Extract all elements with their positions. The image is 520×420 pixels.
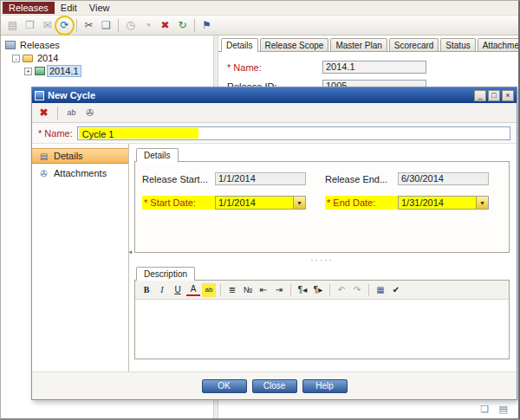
highlight-icon[interactable]: ab bbox=[202, 283, 216, 297]
history-icon[interactable]: ◔ bbox=[140, 17, 156, 34]
outdent-icon[interactable]: ⇤ bbox=[257, 283, 270, 297]
new-cycle-dialog: New Cycle _ □ × ✖ ab ✇ * Name: Cycle 1 ▤… bbox=[31, 87, 517, 400]
spelling-icon[interactable]: ✔ bbox=[389, 283, 403, 297]
tree-item-releases[interactable]: Releases bbox=[1, 39, 213, 51]
numbered-list-icon[interactable]: № bbox=[241, 283, 255, 297]
refresh-icon[interactable]: ↻ bbox=[174, 17, 191, 34]
ok-button[interactable]: OK bbox=[202, 379, 247, 393]
indent-icon[interactable]: ⇥ bbox=[272, 283, 286, 297]
menu-edit[interactable]: Edit bbox=[55, 2, 83, 14]
bullet-list-icon[interactable]: ≣ bbox=[225, 283, 239, 297]
menu-bar: Releases Edit View bbox=[1, 1, 518, 15]
main-toolbar: ▤ ❐ ✉ ⟳ ✂ ❏ ◷ ◔ ✖ ↻ ⚑ bbox=[1, 15, 518, 36]
sidebar-item-details[interactable]: ▤ Details bbox=[32, 148, 128, 164]
start-date-combo[interactable]: 1/1/2014 ▼ bbox=[215, 196, 306, 210]
underline-icon[interactable]: U bbox=[171, 283, 185, 297]
richtext-toolbar: B I U A ab ≣ № ⇤ ⇥ ¶◂ ¶▸ ↶ bbox=[135, 281, 509, 300]
tab-release-scope[interactable]: Release Scope bbox=[260, 38, 329, 51]
maximize-button[interactable]: □ bbox=[488, 90, 500, 101]
tab-details[interactable]: Details bbox=[221, 38, 258, 52]
close-button[interactable]: Close bbox=[252, 379, 297, 393]
release-start-field: 1/1/2014 bbox=[215, 172, 306, 185]
horizontal-splitter-handle[interactable]: ····· bbox=[134, 255, 510, 266]
menu-view[interactable]: View bbox=[83, 2, 116, 14]
tab-scorecard[interactable]: Scorecard bbox=[389, 38, 439, 51]
tree-item-2014[interactable]: - 2014 bbox=[1, 52, 213, 64]
delete-icon[interactable]: ✖ bbox=[157, 17, 173, 34]
spell-check-icon[interactable]: ab bbox=[64, 106, 79, 120]
release-folder-icon bbox=[23, 55, 33, 62]
dialog-content: Details Release Start... 1/1/2014 Releas… bbox=[129, 144, 517, 372]
cut-icon[interactable]: ✂ bbox=[81, 17, 97, 34]
description-editor[interactable] bbox=[135, 300, 509, 359]
tree-item-2014-1[interactable]: + 2014.1 bbox=[1, 65, 213, 77]
rtl-paragraph-icon[interactable]: ¶▸ bbox=[311, 283, 325, 297]
dropdown-arrow-icon[interactable]: ▼ bbox=[476, 197, 488, 209]
dialog-sidebar: ▤ Details ✇ Attachments ◂ bbox=[32, 144, 129, 372]
description-panel: B I U A ab ≣ № ⇤ ⇥ ¶◂ ¶▸ ↶ bbox=[134, 280, 510, 359]
redo-icon[interactable]: ↷ bbox=[350, 283, 364, 297]
expand-toggle[interactable]: + bbox=[24, 68, 32, 75]
end-date-combo[interactable]: 1/31/2014 ▼ bbox=[398, 196, 489, 210]
toolbar-separator bbox=[194, 19, 195, 32]
alm-releases-window: Releases Edit View ▤ ❐ ✉ ⟳ ✂ ❏ ◷ ◔ ✖ ↻ ⚑… bbox=[0, 0, 520, 420]
toolbar-separator bbox=[220, 284, 221, 296]
release-name-row: * Name: 2014.1 bbox=[227, 61, 518, 74]
grid-panel-icon[interactable]: ▤ bbox=[499, 404, 508, 415]
paperclip-icon: ✇ bbox=[38, 168, 49, 179]
help-button[interactable]: Help bbox=[302, 379, 348, 393]
end-date-label: * End Date: bbox=[325, 196, 398, 210]
table-icon[interactable]: ▦ bbox=[374, 283, 387, 297]
toolbar-separator bbox=[118, 19, 119, 32]
dialog-toolbar: ✖ ab ✇ bbox=[32, 103, 517, 123]
font-color-icon[interactable]: A bbox=[186, 284, 200, 296]
paste-icon[interactable]: ❏ bbox=[98, 17, 114, 34]
cycle-name-value: Cycle 1 bbox=[79, 128, 198, 139]
details-page-icon: ▤ bbox=[38, 151, 49, 162]
dialog-footer: OK Close Help bbox=[32, 372, 517, 399]
sidebar-item-attachments[interactable]: ✇ Attachments bbox=[32, 165, 128, 181]
sidebar-item-label: Details bbox=[54, 151, 83, 161]
new-release-folder-icon[interactable]: ▤ bbox=[4, 17, 21, 34]
clear-fields-icon[interactable]: ✖ bbox=[36, 106, 51, 120]
italic-icon[interactable]: I bbox=[155, 283, 169, 297]
tab-status[interactable]: Status bbox=[440, 38, 475, 51]
new-release-icon[interactable]: ❐ bbox=[22, 17, 38, 34]
details-tab[interactable]: Details bbox=[136, 148, 179, 162]
release-tabs: Details Release Scope Master Plan Scorec… bbox=[218, 36, 518, 52]
cycle-name-row: * Name: Cycle 1 bbox=[32, 123, 517, 143]
tab-master-plan[interactable]: Master Plan bbox=[330, 38, 387, 51]
menu-releases[interactable]: Releases bbox=[3, 2, 55, 14]
attachment-icon[interactable]: ✇ bbox=[82, 106, 97, 120]
sidebar-collapse-icon[interactable]: ◂ bbox=[128, 249, 132, 255]
close-button[interactable]: × bbox=[502, 90, 514, 101]
cycle-name-field[interactable]: Cycle 1 bbox=[77, 126, 510, 140]
sidebar-item-label: Attachments bbox=[54, 168, 107, 178]
release-start-label: Release Start... bbox=[142, 174, 215, 184]
undo-icon[interactable]: ↶ bbox=[335, 283, 348, 297]
time-icon[interactable]: ◷ bbox=[122, 17, 139, 34]
tab-attachments[interactable]: Attachments bbox=[478, 38, 520, 51]
tree-item-label: Releases bbox=[18, 40, 62, 50]
new-cycle-icon[interactable]: ⟳ bbox=[56, 17, 73, 34]
start-date-value: 1/1/2014 bbox=[216, 197, 293, 209]
doc-panel-icon[interactable]: ❏ bbox=[480, 404, 489, 415]
release-name-field[interactable]: 2014.1 bbox=[322, 61, 426, 74]
ltr-paragraph-icon[interactable]: ¶◂ bbox=[296, 283, 309, 297]
minimize-button[interactable]: _ bbox=[474, 90, 486, 101]
release-name-label: * Name: bbox=[227, 62, 322, 73]
dialog-titlebar: New Cycle _ □ × bbox=[32, 87, 517, 103]
release-icon bbox=[35, 67, 45, 75]
toolbar-separator bbox=[290, 284, 291, 296]
bold-icon[interactable]: B bbox=[140, 283, 153, 297]
collapse-toggle[interactable]: - bbox=[12, 55, 20, 62]
toolbar-separator bbox=[76, 19, 77, 32]
mail-icon[interactable]: ✉ bbox=[39, 17, 55, 34]
start-date-label: * Start Date: bbox=[142, 196, 215, 210]
release-end-field: 6/30/2014 bbox=[398, 172, 489, 185]
dialog-icon bbox=[35, 91, 44, 100]
flag-icon[interactable]: ⚑ bbox=[198, 17, 215, 34]
description-tab[interactable]: Description bbox=[136, 267, 195, 281]
tree-item-label: 2014 bbox=[36, 53, 60, 63]
dropdown-arrow-icon[interactable]: ▼ bbox=[293, 197, 305, 209]
